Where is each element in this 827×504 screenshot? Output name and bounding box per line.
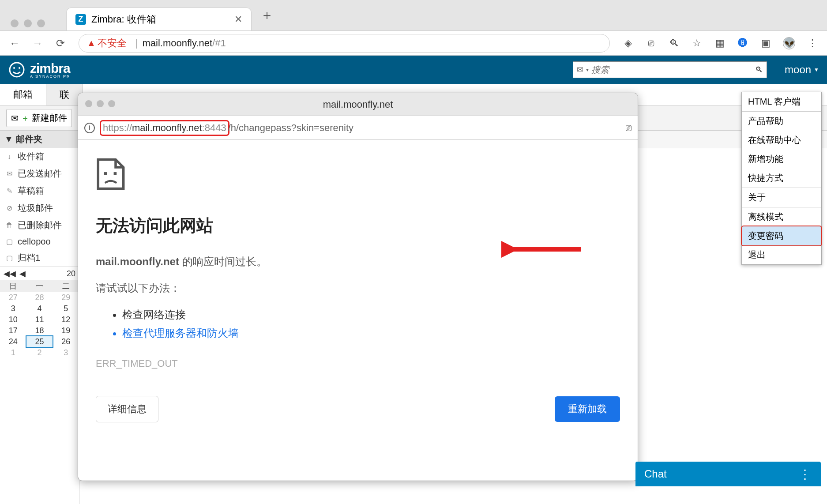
zimbra-search-input[interactable]: ✉ ▾ 🔍︎ — [573, 61, 767, 78]
zimbra-logo[interactable]: zimbra A SYNACOR PR — [8, 61, 71, 79]
cal-year-label: 20 — [67, 269, 75, 278]
calendar-day[interactable]: 18 — [26, 325, 53, 336]
reload-button[interactable]: 重新加载 — [555, 396, 620, 422]
error-suggestion: 检查网络连接 — [122, 308, 620, 322]
reload-button[interactable]: ⟳ — [55, 38, 66, 49]
folder-item[interactable]: ↓收件箱 — [0, 148, 79, 165]
folder-item[interactable]: ▢归档1 — [0, 249, 79, 267]
search-field[interactable] — [591, 65, 755, 75]
tab-close-icon[interactable]: ✕ — [234, 14, 242, 25]
folder-label: 草稿箱 — [18, 185, 44, 197]
calendar-weekday: 一 — [26, 280, 53, 292]
calendar-day[interactable]: 1 — [0, 347, 26, 358]
error-heading: 无法访问此网站 — [96, 214, 620, 237]
extension-icon[interactable]: ◈ — [622, 38, 634, 49]
calendar-weekday: 日 — [0, 280, 26, 292]
folder-item[interactable]: ✉已发送邮件 — [0, 165, 79, 182]
forward-button[interactable]: → — [32, 38, 43, 49]
calendar-day[interactable]: 5 — [53, 303, 79, 314]
account-dropdown-menu[interactable]: HTML 客户端产品帮助在线帮助中心新增功能快捷方式关于离线模式变更密码退出 — [741, 92, 822, 265]
avatar-icon[interactable]: 👽 — [783, 37, 795, 49]
error-suggestion[interactable]: 检查代理服务器和防火墙 — [122, 326, 620, 340]
popup-zoom-icon[interactable] — [108, 100, 115, 107]
folder-item[interactable]: 🗑已删除邮件 — [0, 217, 79, 234]
calendar-day[interactable]: 4 — [26, 303, 53, 314]
svg-rect-4 — [104, 172, 107, 175]
user-menu-button[interactable]: moon ▼ — [785, 64, 819, 76]
folder-label: 垃圾邮件 — [18, 202, 53, 214]
calendar-day[interactable]: 27 — [0, 292, 26, 303]
calendar-day[interactable]: 17 — [0, 325, 26, 336]
calendar-day[interactable]: 25 — [26, 336, 53, 347]
calendar-day[interactable]: 12 — [53, 314, 79, 325]
popup-minimize-icon[interactable] — [97, 100, 104, 107]
account-menu-item[interactable]: 在线帮助中心 — [742, 131, 821, 150]
zimbra-logo-text: zimbra — [30, 61, 71, 76]
url-highlight-annotation: https://mail.moonfly.net:8443 — [101, 121, 228, 135]
browser-tab-strip: Z Zimbra: 收件箱 ✕ ＋ — [0, 0, 827, 31]
sad-page-icon — [96, 158, 126, 191]
calendar-day[interactable]: 29 — [53, 292, 79, 303]
back-button[interactable]: ← — [9, 38, 20, 49]
popup-address-bar[interactable]: i https://mail.moonfly.net:8443 /h/chang… — [78, 116, 638, 140]
chat-menu-icon[interactable]: ⋮ — [799, 467, 812, 481]
calendar-day[interactable]: 19 — [53, 325, 79, 336]
url-input[interactable]: ▲ 不安全 | mail.moonfly.net/#1 — [79, 34, 610, 53]
account-menu-item[interactable]: 离线模式 — [742, 207, 821, 226]
search-scope-dropdown-icon[interactable]: ▾ — [586, 67, 589, 73]
folder-section-header[interactable]: ▼ 邮件夹 — [0, 131, 79, 148]
calendar-day[interactable]: 24 — [0, 336, 26, 347]
translate-icon[interactable]: 🅖 — [737, 38, 748, 49]
screenshot-icon[interactable]: ▣ — [760, 38, 771, 49]
account-menu-item[interactable]: 变更密码 — [741, 226, 822, 246]
chat-bar[interactable]: Chat ⋮ — [635, 462, 821, 486]
not-secure-label: 不安全 — [98, 37, 127, 50]
compose-button[interactable]: ✉ ＋ 新建邮件 — [6, 109, 72, 127]
calendar-day[interactable]: 11 — [26, 314, 53, 325]
cal-prev-year-icon[interactable]: ◀◀ — [4, 269, 16, 278]
account-menu-item[interactable]: 新增功能 — [742, 150, 821, 169]
annotation-arrow — [501, 241, 581, 258]
calendar-day[interactable]: 3 — [53, 347, 79, 358]
popup-devices-icon[interactable]: ⎚ — [626, 122, 632, 134]
account-menu-item[interactable]: 退出 — [742, 245, 821, 264]
folder-item[interactable]: ✎草稿箱 — [0, 182, 79, 199]
cal-prev-month-icon[interactable]: ◀ — [19, 269, 26, 278]
account-menu-item[interactable]: 关于 — [742, 188, 821, 207]
zoom-window-icon[interactable] — [37, 19, 45, 27]
popup-traffic-lights[interactable] — [85, 100, 115, 107]
svg-point-2 — [19, 67, 20, 69]
search-icon[interactable]: 🔍︎ — [755, 65, 763, 75]
account-menu-item[interactable]: 产品帮助 — [742, 112, 821, 131]
devices-icon[interactable]: ⎚ — [645, 38, 657, 49]
site-info-icon[interactable]: i — [84, 123, 95, 133]
popup-title-text: mail.moonfly.net — [323, 99, 393, 110]
popup-titlebar[interactable]: mail.moonfly.net — [78, 93, 638, 116]
popup-close-icon[interactable] — [85, 100, 92, 107]
calendar-day[interactable]: 2 — [26, 347, 53, 358]
new-tab-button[interactable]: ＋ — [260, 6, 274, 24]
bookmark-star-icon[interactable]: ☆ — [691, 38, 703, 49]
tab-mailbox[interactable]: 邮箱 — [0, 84, 46, 105]
search-scope-icon[interactable]: ✉ — [577, 65, 583, 75]
calendar-day[interactable]: 28 — [26, 292, 53, 303]
details-button[interactable]: 详细信息 — [96, 396, 158, 422]
popup-url-port: :8443 — [202, 122, 226, 133]
popup-url-host: mail.moonfly.net — [132, 122, 202, 133]
account-menu-item[interactable]: 快捷方式 — [742, 169, 821, 188]
zimbra-header: zimbra A SYNACOR PR ✉ ▾ 🔍︎ moon ▼ — [0, 56, 827, 84]
extension-puzzle-icon[interactable]: ▦ — [714, 38, 726, 49]
main-window-traffic-lights[interactable] — [11, 19, 45, 27]
close-window-icon[interactable] — [11, 19, 19, 27]
folder-item[interactable]: ⊘垃圾邮件 — [0, 199, 79, 217]
folder-icon: ▢ — [4, 253, 14, 263]
calendar-day[interactable]: 3 — [0, 303, 26, 314]
zoom-icon[interactable]: 🔍︎ — [668, 38, 680, 49]
account-menu-item[interactable]: HTML 客户端 — [742, 92, 821, 111]
minimize-window-icon[interactable] — [24, 19, 32, 27]
calendar-day[interactable]: 10 — [0, 314, 26, 325]
browser-menu-icon[interactable]: ⋮ — [807, 38, 818, 49]
folder-item[interactable]: ▢cellopoo — [0, 234, 79, 249]
browser-tab[interactable]: Z Zimbra: 收件箱 ✕ — [66, 8, 252, 30]
calendar-day[interactable]: 26 — [53, 336, 79, 347]
